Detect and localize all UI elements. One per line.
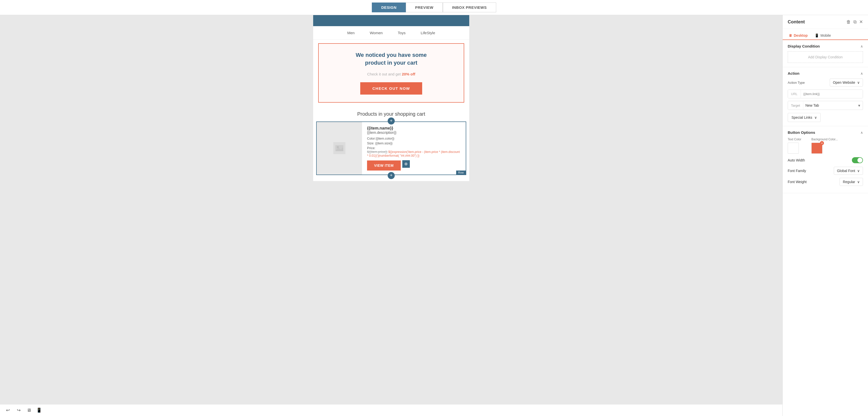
special-links-label: Special Links: [792, 115, 812, 119]
mobile-icon: 📱: [36, 408, 42, 413]
special-links-chevron: ∨: [814, 115, 817, 119]
action-section: Action ∧ Action Type Open Website ∨ URL …: [783, 67, 868, 126]
product-description: {{item.description}}: [367, 131, 461, 135]
font-family-label: Font Family: [788, 169, 806, 173]
action-type-chevron: ∨: [857, 80, 860, 84]
action-section-header[interactable]: Action ∧: [788, 71, 863, 75]
undo-button[interactable]: ↩: [4, 407, 12, 414]
font-weight-chevron: ∨: [857, 180, 860, 184]
copy-icon: ⧉: [854, 20, 857, 24]
button-options-header[interactable]: Button Options ∧: [788, 130, 863, 135]
url-input-row: URL: [788, 90, 863, 98]
nav-link-men[interactable]: Men: [347, 31, 355, 35]
device-tabs: 🖥 Desktop 📱 Mobile: [783, 29, 868, 40]
text-color-swatch-wrapper: [788, 143, 799, 154]
display-condition-title: Display Condition: [788, 44, 820, 48]
add-display-condition-button[interactable]: Add Display Condition: [788, 51, 863, 63]
product-price: Price: ${{item.price}} ${{expression('it…: [367, 146, 461, 158]
font-weight-select[interactable]: Regular ∨: [840, 178, 863, 186]
action-section-title: Action: [788, 71, 800, 75]
button-options-section: Button Options ∧ Text Color Background C…: [783, 126, 868, 193]
url-label: URL: [788, 90, 801, 98]
bg-color-clear-button[interactable]: ✕: [820, 141, 824, 145]
action-type-row: Action Type Open Website ∨: [788, 78, 863, 86]
move-handle[interactable]: ⊕: [402, 160, 410, 168]
font-family-chevron: ∨: [857, 169, 860, 173]
auto-width-row: Auto Width: [788, 157, 863, 163]
target-select-wrapper: New Tab Same Tab: [803, 101, 863, 110]
mobile-tab-icon: 📱: [815, 33, 819, 37]
text-color-item: Text Color: [788, 138, 801, 154]
checkout-now-button[interactable]: CHECK OUT NOW: [360, 82, 422, 95]
product-size: Size: {{item.size}}: [367, 141, 461, 145]
move-icon: ⊕: [404, 162, 408, 166]
desktop-icon: 🖥: [27, 408, 31, 413]
action-type-select[interactable]: Open Website ∨: [830, 78, 863, 86]
image-placeholder-icon: [333, 142, 345, 154]
action-type-label: Action Type: [788, 81, 805, 84]
auto-width-label: Auto Width: [788, 158, 805, 162]
display-condition-chevron: ∧: [861, 44, 863, 48]
display-condition-section: Display Condition ∧ Add Display Conditio…: [783, 40, 868, 67]
cart-notice-subtitle: Check it out and get 20% off: [324, 72, 459, 76]
email-preview: Men Women Toys LifeStyle We noticed you …: [313, 15, 469, 181]
top-bar: DESIGN PREVIEW INBOX PREVIEWS: [0, 0, 868, 15]
tab-inbox-previews[interactable]: INBOX PREVIEWS: [443, 2, 496, 12]
email-header-bar: [313, 15, 469, 26]
bg-color-swatch-wrapper: ✕: [811, 143, 823, 154]
panel-close-button[interactable]: ✕: [859, 19, 863, 25]
target-label: Target: [788, 101, 803, 110]
button-options-chevron: ∧: [861, 131, 863, 135]
special-links-button[interactable]: Special Links ∨: [788, 113, 821, 122]
url-input[interactable]: [801, 90, 863, 98]
font-family-value: Global Font: [837, 169, 855, 173]
product-original-price: ${{item.price}}: [367, 150, 388, 154]
action-type-value: Open Website: [833, 80, 855, 84]
desktop-tab-icon: 🖥: [789, 33, 792, 37]
redo-button[interactable]: ↪: [15, 407, 23, 414]
button-options-title: Button Options: [788, 130, 815, 135]
bg-color-label: Background Color...: [811, 138, 838, 141]
panel-copy-button[interactable]: ⧉: [854, 19, 857, 25]
email-nav: Men Women Toys LifeStyle: [313, 26, 469, 40]
text-color-label: Text Color: [788, 138, 801, 141]
font-weight-label: Font Weight: [788, 180, 807, 184]
desktop-tab-label: Desktop: [794, 33, 808, 37]
trash-icon: 🗑: [846, 20, 851, 24]
nav-link-women[interactable]: Women: [370, 31, 383, 35]
nav-link-toys[interactable]: Toys: [398, 31, 406, 35]
main-layout: Men Women Toys LifeStyle We noticed you …: [0, 15, 868, 416]
auto-width-toggle[interactable]: [852, 157, 863, 163]
tab-desktop[interactable]: 🖥 Desktop: [788, 31, 809, 40]
mobile-view-button[interactable]: 📱: [35, 407, 43, 414]
product-name: {{item.name}}: [367, 126, 461, 131]
add-row-bottom-button[interactable]: +: [388, 172, 395, 179]
target-select[interactable]: New Tab Same Tab: [803, 101, 824, 110]
desktop-view-button[interactable]: 🖥: [26, 407, 32, 414]
view-item-button[interactable]: VIEW ITEM: [367, 161, 401, 171]
mobile-tab-label: Mobile: [820, 33, 831, 37]
add-row-top-button[interactable]: +: [388, 117, 395, 125]
font-family-select[interactable]: Global Font ∨: [834, 167, 863, 175]
cart-notice-heading: We noticed you have some product in your…: [324, 51, 459, 67]
panel-title: Content: [788, 20, 805, 25]
panel-trash-button[interactable]: 🗑: [846, 19, 851, 25]
close-icon: ✕: [859, 20, 863, 24]
panel-header: Content 🗑 ⧉ ✕: [783, 15, 868, 29]
bottom-toolbar: ↩ ↪ 🖥 📱: [0, 404, 782, 416]
product-details: {{item.name}} {{item.description}} Color…: [362, 122, 466, 175]
plus-icon-bottom: +: [390, 173, 393, 178]
target-row: Target New Tab Same Tab: [788, 101, 863, 110]
display-condition-header[interactable]: Display Condition ∧: [788, 44, 863, 48]
tab-preview[interactable]: PREVIEW: [406, 2, 443, 12]
panel-header-icons: 🗑 ⧉ ✕: [846, 19, 863, 25]
text-color-swatch[interactable]: [788, 143, 799, 154]
tab-mobile[interactable]: 📱 Mobile: [814, 31, 832, 40]
nav-link-lifestyle[interactable]: LifeStyle: [421, 31, 435, 35]
tab-design[interactable]: DESIGN: [372, 2, 406, 12]
product-image: [317, 122, 362, 175]
font-family-row: Font Family Global Font ∨: [788, 167, 863, 175]
product-color: Color:{{item.color}}: [367, 137, 461, 140]
row-label: Row: [456, 171, 466, 175]
colors-row: Text Color Background Color... ✕: [788, 138, 863, 154]
